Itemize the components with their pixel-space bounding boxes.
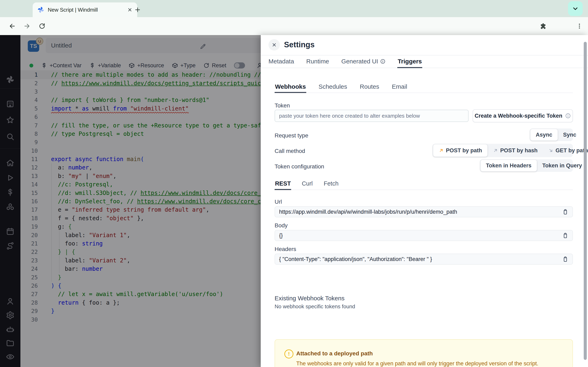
option-async[interactable]: Async [530, 129, 558, 141]
tab-label: Schedules [319, 83, 347, 90]
webhook-url-text: https://app.windmill.dev/api/w/windmill-… [279, 209, 457, 215]
settings-tab-triggers[interactable]: Triggers [397, 55, 422, 68]
option-sync[interactable]: Sync [558, 129, 582, 141]
copy-body-icon[interactable] [562, 233, 568, 239]
create-webhook-token-button[interactable]: Create a Webhook-specific Token [473, 109, 573, 122]
settings-tab-metadata[interactable]: Metadata [268, 55, 294, 68]
body-label: Body [275, 222, 288, 229]
warning-title: Attached to a deployed path [296, 350, 373, 357]
browser-tab[interactable]: New Script | Windmill [33, 2, 137, 17]
webhook-headers-value[interactable]: { "Content-Type": "application/json", "A… [275, 254, 573, 265]
trigger-tab-schedules[interactable]: Schedules [318, 81, 347, 93]
option-post-by-path[interactable]: POST by path [433, 144, 488, 157]
browser-tab-strip: New Script | Windmill [0, 0, 588, 17]
option-post-by-hash[interactable]: POST by hash [488, 144, 543, 157]
token-input[interactable]: paste your token here once created to al… [275, 110, 468, 122]
webhook-headers-text: { "Content-Type": "application/json", "A… [279, 256, 432, 262]
trigger-tab-webhooks[interactable]: Webhooks [275, 81, 306, 93]
tab-label: Routes [360, 83, 379, 90]
se-arrow-icon [548, 148, 553, 153]
info-icon [380, 59, 385, 64]
token-label: Token [275, 102, 290, 109]
browser-window: New Script | Windmill app.windmill.dev/s… [0, 0, 588, 367]
option-token-in-query[interactable]: Token in Query [537, 160, 587, 171]
tab-label: Triggers [398, 58, 422, 65]
option-get-by-path[interactable]: GET by path [543, 144, 588, 157]
copy-headers-icon[interactable] [562, 256, 568, 262]
tab-label: Runtime [306, 58, 329, 65]
tab-search-button[interactable] [568, 1, 583, 16]
extensions-icon[interactable] [536, 20, 549, 32]
headers-label: Headers [275, 246, 296, 252]
example-tab-curl[interactable]: Curl [301, 178, 313, 190]
token-configuration-toggle: Token in HeadersToken in Query [480, 159, 573, 172]
trigger-tab-routes[interactable]: Routes [359, 81, 380, 93]
windmill-app: TS Untitled +Context Var+Variable+Resour… [0, 35, 588, 367]
deployed-path-warning: ! Attached to a deployed path The webhoo… [275, 339, 573, 367]
back-icon[interactable] [6, 20, 18, 32]
option-label: POST by path [446, 147, 482, 154]
trigger-type-tabs: WebhooksSchedulesRoutesEmail [275, 81, 573, 93]
copy-url-icon[interactable] [562, 209, 568, 215]
settings-tab-runtime[interactable]: Runtime [306, 55, 329, 68]
option-label: Async [536, 132, 552, 138]
option-label: Token in Query [542, 162, 582, 169]
webhook-body-text: {} [279, 233, 283, 239]
tab-label: Email [392, 83, 407, 90]
settings-title: Settings [284, 40, 315, 49]
ne-arrow-icon [439, 148, 444, 153]
settings-tab-generated-ui[interactable]: Generated UI [341, 55, 386, 68]
drawer-backdrop[interactable] [0, 35, 261, 367]
url-label: Url [275, 199, 282, 205]
call-method-toggle: POST by pathPOST by hashGET by path [432, 144, 573, 157]
option-label: POST by hash [500, 147, 537, 154]
tab-label: REST [275, 180, 291, 187]
warning-text: The webhooks are only valid for a given … [296, 360, 538, 367]
settings-tabs: MetadataRuntimeGenerated UITriggers [261, 55, 588, 68]
tab-label: Webhooks [275, 83, 306, 90]
alert-icon: ! [285, 350, 293, 359]
drawer-scrollbar[interactable] [584, 42, 587, 360]
request-type-label: Request type [275, 132, 308, 139]
token-placeholder: paste your token here once created to al… [279, 113, 420, 119]
tab-label: Metadata [268, 58, 294, 65]
tab-label: Generated UI [341, 58, 378, 65]
tab-label: Fetch [324, 180, 339, 187]
webhook-url-value[interactable]: https://app.windmill.dev/api/w/windmill-… [275, 206, 573, 217]
ne-arrow-icon [493, 148, 498, 153]
settings-drawer: Settings MetadataRuntimeGenerated UITrig… [261, 35, 588, 367]
new-tab-button[interactable] [132, 4, 143, 15]
example-tab-fetch[interactable]: Fetch [323, 178, 339, 190]
example-language-tabs: RESTCurlFetch [275, 178, 573, 190]
info-icon [565, 113, 571, 119]
browser-toolbar: app.windmill.dev/scripts/add#JTdCJTIyaGF… [0, 17, 588, 35]
trigger-tab-email[interactable]: Email [391, 81, 407, 93]
existing-webhook-tokens-title: Existing Webhook Tokens [275, 295, 345, 302]
example-tab-rest[interactable]: REST [275, 178, 291, 190]
token-configuration-label: Token configuration [275, 163, 324, 170]
windmill-favicon [37, 6, 44, 13]
option-label: Token in Headers [486, 162, 531, 169]
option-token-in-headers[interactable]: Token in Headers [480, 160, 537, 171]
option-label: GET by path [555, 147, 588, 154]
forward-icon[interactable] [21, 20, 33, 32]
call-method-label: Call method [275, 148, 305, 154]
reload-icon[interactable] [36, 20, 48, 32]
create-webhook-token-label: Create a Webhook-specific Token [475, 113, 562, 119]
tab-title: New Script | Windmill [48, 7, 124, 13]
option-label: Sync [563, 132, 576, 138]
close-settings-button[interactable] [268, 39, 280, 50]
existing-webhook-tokens-empty: No webhook specific tokens found [275, 303, 355, 310]
webhook-body-value[interactable]: {} [275, 230, 573, 241]
tab-label: Curl [302, 180, 312, 187]
browser-menu-icon[interactable] [573, 20, 586, 32]
request-type-toggle: AsyncSync [530, 128, 573, 141]
tab-close-icon[interactable] [127, 7, 133, 13]
